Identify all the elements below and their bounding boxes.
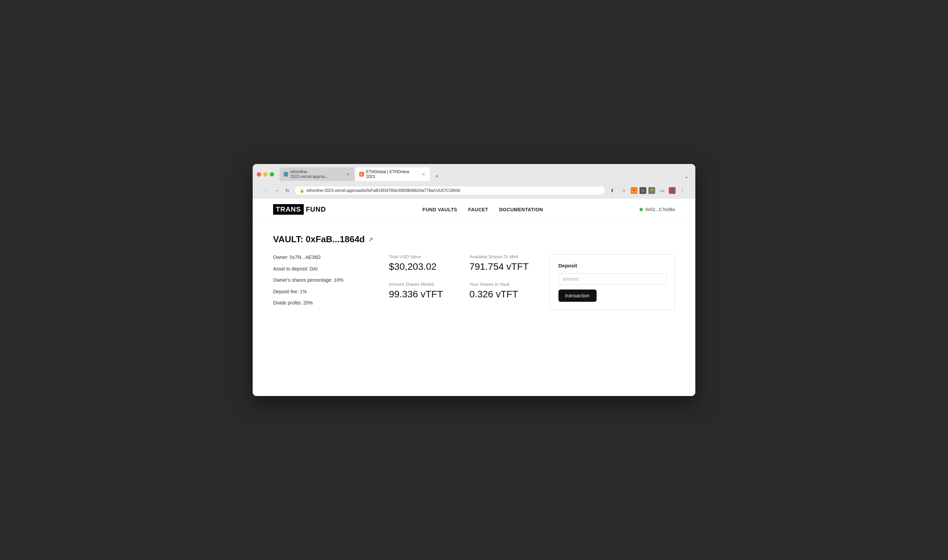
transaction-button[interactable]: transaction xyxy=(559,289,597,302)
stat-total-usd-label: Total USD Value xyxy=(389,254,449,259)
bookmark-button[interactable]: ☆ xyxy=(619,186,628,195)
stat-shares-minted-value: 99.336 vTFT xyxy=(389,289,449,300)
nav-buttons: ← → ↻ xyxy=(261,186,292,195)
share-button[interactable]: ⬆ xyxy=(607,186,617,195)
traffic-light-maximize[interactable] xyxy=(270,172,274,177)
address-text: ethonline-2023.vercel.app/vaults/0xFaB16… xyxy=(306,188,460,193)
nav-links: FUND VAULTS FAUCET DOCUMENTATION xyxy=(423,207,543,212)
traffic-light-minimize[interactable] xyxy=(263,172,268,177)
nav-link-fund-vaults[interactable]: FUND VAULTS xyxy=(423,207,457,212)
nav-link-documentation[interactable]: DOCUMENTATION xyxy=(499,207,543,212)
browser-addressbar: ← → ↻ 🔒 ethonline-2023.vercel.app/vaults… xyxy=(257,184,691,199)
deposit-card: Deposit transaction xyxy=(550,254,675,310)
vault-stats: Total USD Value $30,203.02 Available Sha… xyxy=(389,254,530,300)
deposit-amount-input[interactable] xyxy=(559,273,666,285)
stat-available-shares: Available Shares To Mint 791.754 vTFT xyxy=(469,254,529,272)
browser-tabs: 🌐 ethonline-2023.vercel.app/va... ✕ E ET… xyxy=(279,168,691,181)
extension-icon-1[interactable]: ⬡ xyxy=(639,187,646,194)
tab-close-1[interactable]: ✕ xyxy=(346,172,350,177)
app-logo: TRANS​FUND xyxy=(273,204,326,215)
wallet-indicator[interactable]: 0x52...C7e2Ba xyxy=(639,207,675,212)
stat-available-shares-value: 791.754 vTFT xyxy=(469,261,529,272)
app-content: TRANS​FUND FUND VAULTS FAUCET DOCUMENTAT… xyxy=(253,199,695,396)
vault-info-deposit-fee: Deposit fee: 1% xyxy=(273,289,369,295)
tab-menu-button[interactable]: ⌄ xyxy=(681,172,691,181)
stat-total-usd: Total USD Value $30,203.02 xyxy=(389,254,449,272)
lock-icon: 🔒 xyxy=(300,188,304,193)
browser-toolbar: 🌐 ethonline-2023.vercel.app/va... ✕ E ET… xyxy=(257,168,691,181)
wallet-address: 0x52...C7e2Ba xyxy=(645,207,675,212)
deposit-title: Deposit xyxy=(559,263,666,268)
vault-info-divide-profits: Divide profits: 20% xyxy=(273,300,369,306)
profile-icon[interactable]: 👤 xyxy=(669,187,676,194)
vault-title-row: VAULT: 0xFaB...1864d ↗ xyxy=(273,234,675,245)
stat-available-shares-label: Available Shares To Mint xyxy=(469,254,529,259)
stat-your-shares: Your Shares In Vault 0.326 vTFT xyxy=(469,282,529,300)
tab-label-1: ethonline-2023.vercel.app/va... xyxy=(290,169,344,179)
external-link-icon[interactable]: ↗ xyxy=(368,236,373,243)
traffic-light-close[interactable] xyxy=(257,172,261,177)
sidebar-button[interactable]: ▭ xyxy=(657,186,667,195)
browser-actions: ⬆ ☆ 🦊 ⬡ 🧩 ▭ 👤 ⋮ xyxy=(607,186,687,195)
new-tab-button[interactable]: + xyxy=(432,171,442,181)
vault-info: Owner: 0x7f4...AE36D Asset to deposit: D… xyxy=(273,254,369,311)
vault-info-owner: Owner: 0x7f4...AE36D xyxy=(273,254,369,261)
vault-layout: Owner: 0x7f4...AE36D Asset to deposit: D… xyxy=(273,254,675,311)
stat-shares-minted-label: Amount Shares Minted xyxy=(389,282,449,287)
browser-tab-2[interactable]: E ETHGlobal | ETHOnline 2023 ✕ xyxy=(355,168,430,181)
address-bar[interactable]: 🔒 ethonline-2023.vercel.app/vaults/0xFaB… xyxy=(295,186,605,195)
browser-chrome: 🌐 ethonline-2023.vercel.app/va... ✕ E ET… xyxy=(253,164,695,199)
vault-title: VAULT: 0xFaB...1864d xyxy=(273,234,365,245)
extension-icon-2[interactable]: 🧩 xyxy=(648,187,655,194)
tab-label-2: ETHGlobal | ETHOnline 2023 xyxy=(366,169,419,179)
forward-button[interactable]: → xyxy=(272,186,281,195)
reload-button[interactable]: ↻ xyxy=(283,186,292,195)
logo-suffix: FUND xyxy=(306,206,326,213)
browser-tab-1[interactable]: 🌐 ethonline-2023.vercel.app/va... ✕ xyxy=(279,168,355,181)
logo-box: TRANS xyxy=(273,204,304,215)
more-button[interactable]: ⋮ xyxy=(678,186,687,195)
nav-link-faucet[interactable]: FAUCET xyxy=(468,207,488,212)
metamask-icon[interactable]: 🦊 xyxy=(631,187,638,194)
stat-your-shares-value: 0.326 vTFT xyxy=(469,289,529,300)
tab-favicon-2: E xyxy=(359,172,364,177)
main-content: VAULT: 0xFaB...1864d ↗ Owner: 0x7f4...AE… xyxy=(253,220,695,325)
app-nav: TRANS​FUND FUND VAULTS FAUCET DOCUMENTAT… xyxy=(253,199,695,220)
traffic-lights xyxy=(257,172,274,177)
browser-window: 🌐 ethonline-2023.vercel.app/va... ✕ E ET… xyxy=(253,164,695,396)
back-button[interactable]: ← xyxy=(261,186,270,195)
stat-your-shares-label: Your Shares In Vault xyxy=(469,282,529,287)
stat-total-usd-value: $30,203.02 xyxy=(389,261,449,272)
tab-favicon-1: 🌐 xyxy=(284,172,288,177)
vault-info-shares-pct: Owner's shares percentage: 10% xyxy=(273,277,369,284)
vault-info-asset: Asset to deposit: DAI xyxy=(273,266,369,272)
tab-close-2[interactable]: ✕ xyxy=(421,172,426,177)
stat-shares-minted: Amount Shares Minted 99.336 vTFT xyxy=(389,282,449,300)
wallet-connected-dot xyxy=(639,208,643,211)
